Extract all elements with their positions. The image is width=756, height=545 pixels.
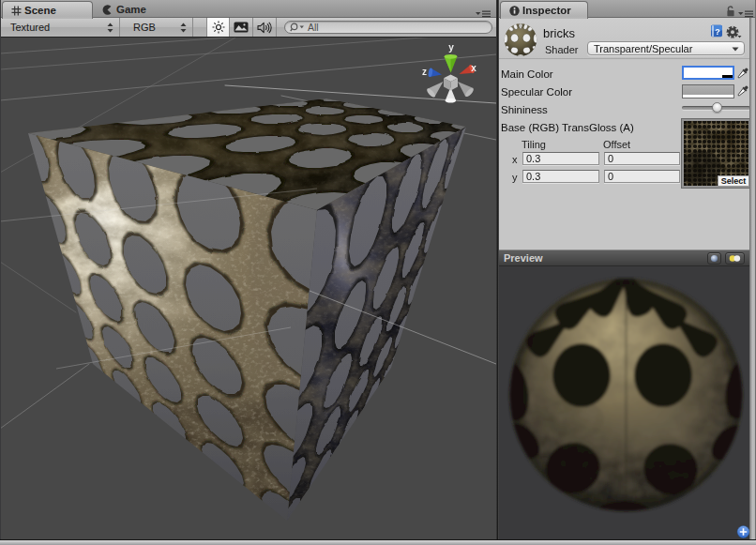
draw-mode-label: Textured [10, 22, 50, 33]
shader-dropdown-value: Transparent/Specular [594, 43, 692, 54]
shader-field-label: Shader [545, 44, 578, 55]
main-color-alpha-track [684, 75, 733, 78]
material-name: bricks [543, 26, 575, 40]
shininess-label: Shininess [501, 104, 548, 115]
scene-tab-label: Scene [24, 5, 56, 16]
color-mode-dropdown[interactable]: RGB [120, 18, 193, 37]
window-bottom-edge [0, 539, 756, 545]
tiling-x-field[interactable] [522, 152, 599, 165]
shader-dropdown[interactable]: Transparent/Specular [587, 41, 745, 55]
material-ball-icon [504, 23, 537, 56]
game-tab-icon [102, 5, 113, 15]
scene-viewport-container[interactable]: y x z [0, 38, 496, 539]
help-button[interactable]: ? [710, 24, 723, 38]
settings-button[interactable] [726, 25, 742, 39]
scene-toolbar: Textured RGB All [0, 18, 496, 38]
gizmo-label-y[interactable]: y [448, 42, 454, 53]
popup-arrows-icon [107, 23, 113, 33]
gizmo-label-z[interactable]: z [422, 67, 427, 77]
game-tab-label: Game [116, 4, 146, 15]
offset-y-field[interactable] [604, 170, 680, 183]
audio-toggle-icon [257, 22, 272, 34]
shininess-slider-knob[interactable] [712, 102, 722, 113]
preview-view[interactable] [499, 266, 750, 539]
scene-panel: Scene Game Textured RGB All [0, 0, 496, 539]
settings-gear-icon[interactable] [726, 25, 742, 39]
inspector-menu-button[interactable] [738, 10, 753, 18]
main-color-label: Main Color [501, 68, 553, 80]
gizmo-label-x[interactable]: x [471, 63, 476, 73]
material-ball-preview [504, 23, 537, 56]
inspector-tab-icon [509, 6, 520, 16]
preview-title: Preview [504, 252, 543, 264]
inspector-tab-label: Inspector [522, 5, 571, 16]
lighting-toggle-button[interactable] [206, 18, 230, 37]
preview-zoom-button[interactable] [737, 526, 749, 538]
preview-viewport[interactable] [499, 266, 750, 539]
lighting-toggle-icon [212, 21, 225, 34]
eyedropper-icon[interactable] [735, 83, 749, 99]
help-icon[interactable]: ? [710, 24, 723, 38]
lock-icon[interactable] [726, 6, 735, 17]
scene-tabbar: Scene Game [0, 0, 496, 18]
tab-inspector[interactable]: Inspector [500, 1, 588, 19]
specular-color-alpha-track [683, 95, 733, 98]
tiling-y-field[interactable] [522, 170, 599, 183]
inspector-tabbar: Inspector [499, 0, 756, 18]
unity-editor-window: Scene Game Textured RGB All [0, 0, 756, 545]
tab-game[interactable]: Game [97, 1, 152, 18]
popup-arrows-icon [180, 23, 187, 33]
inspector-lock-button[interactable] [726, 6, 735, 17]
header-separator [499, 58, 756, 60]
offset-x-field[interactable] [604, 152, 680, 165]
color-mode-label: RGB [133, 22, 156, 33]
eyedropper-icon[interactable] [735, 66, 749, 82]
tiling-column-label: Tiling [522, 139, 546, 150]
window-left-edge [0, 0, 1, 539]
tab-scene[interactable]: Scene [2, 1, 93, 19]
inspector-panel: Inspector bricks Shader Transparent/Spec… [499, 0, 756, 539]
audio-toggle-button[interactable] [253, 18, 277, 37]
preview-ball-button[interactable] [707, 252, 721, 265]
effects-toggle-icon [234, 22, 249, 33]
preview-ball-button-icon [710, 254, 718, 263]
dropdown-arrow-icon [732, 47, 739, 52]
help-glyph: ? [715, 27, 720, 37]
scene-tab-icon [11, 6, 22, 16]
specular-color-alpha-fill [683, 95, 733, 98]
tiling-row-x-label: x [512, 154, 518, 165]
base-texture-label: Base (RGB) TransGloss (A) [501, 122, 634, 133]
draw-mode-dropdown[interactable]: Textured [1, 18, 120, 37]
scene-panel-menu-button[interactable] [476, 10, 491, 18]
specular-color-label: Specular Color [501, 86, 572, 98]
texture-select-button[interactable]: Select [718, 175, 748, 186]
tiling-row-y-label: y [512, 172, 518, 183]
scene-search-field[interactable]: All [284, 21, 492, 34]
main-color-swatch[interactable] [682, 66, 734, 80]
preview-light-toggle-icon [728, 254, 742, 263]
panel-menu-icon[interactable] [738, 10, 753, 18]
main-color-eyedropper[interactable] [735, 66, 749, 82]
panel-menu-icon[interactable] [476, 10, 491, 18]
effects-toggle-button[interactable] [230, 18, 253, 37]
material-header: bricks Shader Transparent/Specular ? [499, 18, 756, 59]
offset-column-label: Offset [603, 139, 630, 150]
scene-viewport[interactable]: y x z [0, 38, 496, 539]
search-filter-label: All [308, 23, 319, 32]
shininess-slider[interactable] [682, 106, 750, 110]
main-color-alpha-fill [684, 75, 722, 78]
preview-light-button[interactable] [725, 252, 745, 265]
specular-color-swatch[interactable] [682, 84, 734, 98]
preview-header[interactable]: Preview [499, 250, 756, 266]
texture-thumbnail[interactable]: Select [682, 119, 750, 188]
search-icon [290, 23, 305, 32]
specular-color-eyedropper[interactable] [735, 83, 749, 99]
